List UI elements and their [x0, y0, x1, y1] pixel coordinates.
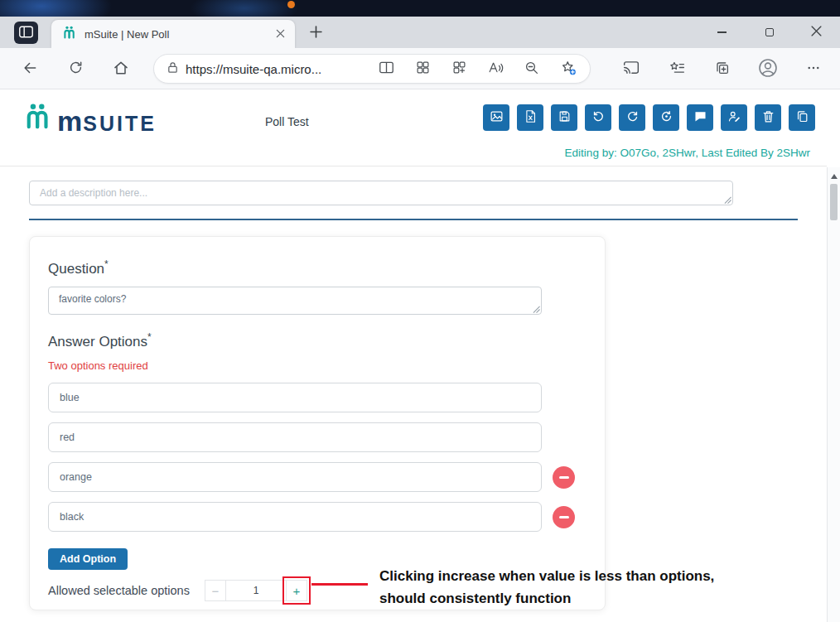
split-screen-button[interactable]	[368, 55, 404, 83]
favorites-list-icon	[669, 60, 685, 77]
add-option-button[interactable]: Add Option	[48, 548, 128, 570]
browser-tab[interactable]: mSuite | New Poll	[51, 20, 295, 48]
option-row	[48, 462, 587, 492]
close-window-button[interactable]	[793, 17, 840, 48]
split-screen-icon	[379, 60, 394, 77]
window-controls	[698, 17, 840, 48]
maximize-icon	[765, 28, 774, 36]
tab-close-button[interactable]	[272, 26, 288, 42]
refresh-button[interactable]	[61, 55, 89, 83]
allowed-selectable-label: Allowed selectable options	[48, 584, 190, 597]
selectable-options-stepper: − 1 +	[205, 580, 307, 601]
lock-icon	[167, 61, 178, 77]
refresh-icon	[68, 60, 84, 78]
new-tab-button[interactable]	[307, 25, 324, 41]
maximize-button[interactable]	[746, 17, 793, 48]
assign-user-button[interactable]	[721, 104, 747, 131]
annotation-pointer-line	[311, 583, 368, 586]
redo-button[interactable]	[619, 104, 645, 131]
read-aloud-button[interactable]	[477, 55, 514, 83]
image-icon	[490, 109, 504, 126]
page-content: m SUITE Poll Test	[0, 89, 840, 622]
save-button[interactable]	[551, 104, 577, 131]
zoom-out-button[interactable]	[514, 55, 550, 83]
tab-close-icon	[276, 28, 285, 41]
save-icon	[558, 109, 572, 126]
close-icon	[811, 26, 822, 39]
grid-add-button[interactable]	[441, 55, 477, 83]
minus-icon	[559, 476, 569, 479]
browser-toolbar: https://msuite-qa.micro...	[0, 48, 840, 89]
annotation-text: Clicking increase when value is less tha…	[379, 565, 714, 610]
answer-options-label: Answer Options*	[48, 331, 587, 350]
option-input-2[interactable]	[48, 422, 542, 452]
msuite-wordmark: m SUITE	[57, 110, 157, 134]
export-excel-button[interactable]	[517, 104, 543, 131]
url-text: https://msuite-qa.micro...	[186, 62, 321, 76]
comment-button[interactable]	[687, 104, 713, 131]
scrollbar-thumb[interactable]	[830, 184, 838, 220]
page-scrollbar[interactable]	[827, 167, 840, 622]
home-button[interactable]	[107, 55, 135, 83]
msuite-logo-icon	[25, 103, 57, 134]
copy-button[interactable]	[789, 104, 815, 131]
delete-button[interactable]	[755, 104, 781, 131]
question-input[interactable]: favorite colors?	[48, 287, 542, 315]
option-input-3[interactable]	[48, 462, 542, 492]
poll-title: Poll Test	[265, 115, 309, 128]
read-aloud-icon	[488, 60, 504, 77]
zoom-out-icon	[524, 60, 539, 78]
poll-question-card: Question* favorite colors? Answer Option…	[29, 236, 606, 610]
wallpaper-dot	[287, 1, 295, 8]
option-input-1[interactable]	[48, 383, 542, 412]
question-field-wrap: favorite colors?	[48, 287, 542, 315]
history-button[interactable]	[653, 104, 679, 131]
favorites-button[interactable]	[662, 54, 692, 84]
option-input-4[interactable]	[48, 502, 542, 532]
minimize-icon	[717, 31, 727, 33]
desktop-wallpaper-strip	[0, 0, 840, 17]
add-favorite-button[interactable]	[550, 55, 587, 83]
remove-option-button[interactable]	[553, 506, 575, 528]
tab-actions-menu-button[interactable]	[14, 22, 38, 44]
cast-icon	[623, 60, 640, 77]
assign-user-icon	[727, 109, 741, 126]
increase-button[interactable]: +	[286, 580, 307, 601]
apps-grid-button[interactable]	[404, 55, 441, 83]
profile-button[interactable]	[753, 54, 783, 84]
tab-actions-icon	[19, 26, 33, 41]
more-options-button[interactable]	[799, 54, 828, 84]
comment-icon	[693, 109, 707, 126]
redo-icon	[625, 109, 640, 126]
back-button[interactable]	[16, 55, 44, 83]
delete-icon	[761, 109, 775, 126]
remove-option-button[interactable]	[553, 466, 575, 489]
cast-button[interactable]	[616, 54, 646, 84]
toolbar-right-actions	[616, 54, 828, 84]
msuite-favicon	[63, 26, 77, 42]
description-input[interactable]	[29, 181, 733, 205]
minus-icon	[559, 516, 569, 518]
apps-grid-icon	[416, 60, 430, 77]
new-tab-icon	[310, 26, 322, 41]
option-row	[48, 383, 587, 412]
undo-button[interactable]	[585, 104, 611, 131]
validation-message: Two options required	[48, 359, 587, 372]
increase-button-wrap: +	[286, 580, 307, 601]
address-bar-actions	[368, 55, 587, 83]
minimize-button[interactable]	[698, 17, 746, 48]
scroll-up-icon[interactable]	[831, 174, 838, 179]
address-bar[interactable]: https://msuite-qa.micro...	[153, 54, 591, 84]
decrease-button[interactable]: −	[205, 580, 226, 601]
editing-status: Editing by: O07Go, 2SHwr, Last Edited By…	[565, 147, 810, 159]
collections-icon	[715, 60, 730, 78]
undo-icon	[591, 109, 606, 126]
more-options-icon	[806, 60, 821, 78]
image-button[interactable]	[483, 104, 509, 131]
description-field-wrap	[29, 181, 733, 205]
section-divider	[29, 219, 798, 220]
stepper-value[interactable]: 1	[226, 580, 286, 601]
browser-window: mSuite | New Poll	[0, 0, 840, 622]
collections-button[interactable]	[707, 54, 737, 84]
option-row	[48, 502, 587, 532]
